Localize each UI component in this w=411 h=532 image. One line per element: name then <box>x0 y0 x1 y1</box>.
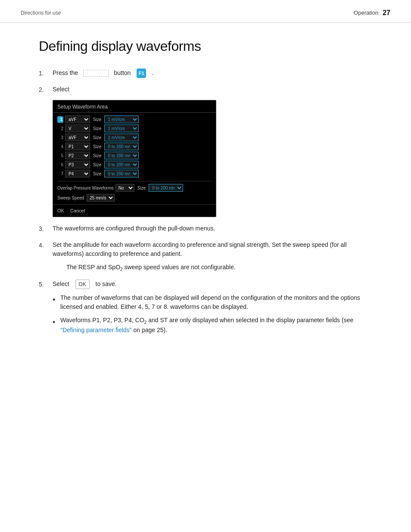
size-select-7[interactable]: 0 to 200 mmHg <box>104 170 139 177</box>
bullet-2-link-suffix: on page 25). <box>132 327 168 333</box>
step-1-text-after: . <box>152 69 154 76</box>
step-1-number: 1. <box>39 68 53 78</box>
waveform-row-4: 4 P1 Size 0 to 200 mmHg <box>57 143 212 150</box>
step-2-text: Select <box>53 86 69 93</box>
waveform-row-3: 3 aVF Size 1 mV/cm <box>57 134 212 141</box>
step-1: 1. Press the button F1 . <box>39 68 372 78</box>
waveform-row-6: 6 P3 Size 0 to 200 mmHg <box>57 161 212 168</box>
row-num-2: 2 <box>57 125 63 132</box>
steps-list: 1. Press the button F1 . 2. Select Setu <box>39 68 372 217</box>
page-content: Defining display waveforms 1. Press the … <box>0 23 411 356</box>
size-select-4[interactable]: 0 to 200 mmHg <box>104 143 139 150</box>
size-select-2[interactable]: 1 mV/cm <box>104 124 139 132</box>
bullet-2-content: Waveforms P1, P2, P3, P4, CO2 and ST are… <box>60 316 372 335</box>
waveform-select-7[interactable]: P4 <box>65 170 90 177</box>
step-5-ok-box: OK <box>75 280 90 289</box>
bullet-item-1: • The number of waveforms that can be di… <box>53 293 372 311</box>
row-num-6: 6 <box>57 162 63 168</box>
step-2-number: 2. <box>39 85 53 94</box>
step-1-text-before: Press the <box>53 69 78 76</box>
bullet-2-text-before: Waveforms P1, P2, P3, P4, CO <box>60 317 144 324</box>
waveform-select-6[interactable]: P3 <box>65 161 90 168</box>
waveform-select-2[interactable]: V <box>65 124 90 132</box>
row-num-3: 3 <box>57 134 63 141</box>
waveform-select-5[interactable]: P2 <box>65 152 90 159</box>
waveform-select-3[interactable]: aVF <box>65 134 90 141</box>
dialog-footer: OK Cancel <box>53 204 216 217</box>
f1-button-icon: F1 <box>137 68 146 78</box>
dialog-body: 1 aVF Size 1 mV/cm 2 V Size 1 mV/cm <box>53 113 216 204</box>
header-page-number: 27 <box>383 8 390 18</box>
size-select-3[interactable]: 1 mV/cm <box>104 134 139 141</box>
sweep-select[interactable]: 25 mm/sec <box>87 194 115 202</box>
overlap-select[interactable]: No <box>115 184 134 192</box>
waveform-select-1[interactable]: aVF <box>65 115 90 123</box>
sweep-label: Sweep Speed <box>57 195 84 201</box>
size-select-6[interactable]: 0 to 200 mmHg <box>104 161 139 168</box>
page-header: Directions for use Operation 27 <box>0 0 411 23</box>
step-5-text-after: to save. <box>96 280 117 287</box>
note-text-after: sweep speed values are not configurable. <box>123 264 236 271</box>
step-3-text: The waveforms are configured through the… <box>53 224 372 233</box>
dialog-cancel-button[interactable]: Cancel <box>70 208 85 213</box>
note-text-before: The RESP and SpO <box>66 264 120 271</box>
bullet-1-text: The number of waveforms that can be disp… <box>60 293 372 311</box>
header-section-label: Operation <box>354 9 378 17</box>
waveform-row-7: 7 P4 Size 0 to 200 mmHg <box>57 170 212 177</box>
size-select-5[interactable]: 0 to 200 mmHg <box>104 152 139 159</box>
defining-parameter-fields-link[interactable]: "Defining parameter fields" <box>60 327 132 333</box>
bullet-item-2: • Waveforms P1, P2, P3, P4, CO2 and ST a… <box>53 316 372 335</box>
step-1-text-middle: button <box>114 69 131 76</box>
waveform-select-4[interactable]: P1 <box>65 143 90 150</box>
size-select-1[interactable]: 1 mV/cm <box>104 115 139 123</box>
header-left-label: Directions for use <box>21 9 61 17</box>
step-2: 2. Select Setup Waveform Area 1 aVF Size… <box>39 85 372 217</box>
bullet-2-text-after: and ST are only displayed when selected … <box>146 317 353 324</box>
row-num-4: 4 <box>57 143 63 150</box>
overlap-size-select[interactable]: 0 to 200 mmHg <box>149 184 183 192</box>
row-num-7: 7 <box>57 171 63 177</box>
dialog-title: Setup Waveform Area <box>53 100 216 113</box>
section-title: Defining display waveforms <box>39 36 372 56</box>
step-5-number: 5. <box>39 280 53 289</box>
waveform-row-5: 5 P2 Size 0 to 200 mmHg <box>57 152 212 159</box>
step-5: 5. Select OK to save. <box>39 280 372 289</box>
step-5-text-before: Select <box>53 280 69 287</box>
step-4-text: Set the amplitude for each waveform acco… <box>53 240 372 258</box>
overlap-label: Overlap Pressure Waveforms <box>57 185 114 191</box>
overlap-pressure-row: Overlap Pressure Waveforms No Size 0 to … <box>57 181 212 192</box>
step-2-content: Select Setup Waveform Area 1 aVF Size 1 … <box>53 85 372 217</box>
row-num-1: 1 <box>57 116 63 123</box>
bullet-dot-1: • <box>53 293 60 306</box>
step-1-button-placeholder <box>83 70 109 77</box>
step-4: 4. Set the amplitude for each waveform a… <box>39 240 372 258</box>
step-1-content: Press the button F1 . <box>53 68 372 78</box>
setup-waveform-dialog: Setup Waveform Area 1 aVF Size 1 mV/cm 2 <box>53 100 216 217</box>
bullet-list: • The number of waveforms that can be di… <box>39 293 372 335</box>
step-5-content: Select OK to save. <box>53 280 372 289</box>
step-3: 3. The waveforms are configured through … <box>39 224 372 233</box>
sweep-speed-row: Sweep Speed 25 mm/sec <box>57 194 212 202</box>
waveform-row-1: 1 aVF Size 1 mV/cm <box>57 115 212 123</box>
waveform-row-2: 2 V Size 1 mV/cm <box>57 124 212 132</box>
header-right: Operation 27 <box>354 8 390 18</box>
bullet-dot-2: • <box>53 316 60 328</box>
step-3-number: 3. <box>39 224 53 233</box>
note-block: The RESP and SpO2 sweep speed values are… <box>53 263 372 273</box>
dialog-ok-button[interactable]: OK <box>57 208 64 213</box>
step-4-number: 4. <box>39 240 53 250</box>
overlap-size-label: Size <box>137 185 146 191</box>
row-num-5: 5 <box>57 152 63 159</box>
